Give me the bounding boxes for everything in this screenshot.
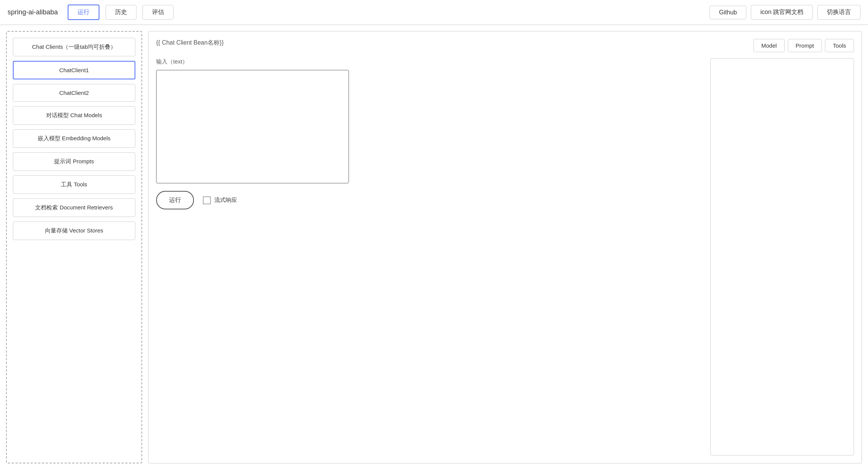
- stream-checkbox[interactable]: [203, 197, 211, 204]
- sidebar-item-prompts[interactable]: 提示词 Prompts: [13, 152, 135, 171]
- nav-history-button[interactable]: 历史: [105, 5, 136, 20]
- sidebar-item-chat-clients[interactable]: Chat Clients（一级tab均可折叠）: [13, 38, 135, 56]
- content-header: {{ Chat Client Bean名称}} Model Prompt Too…: [156, 39, 854, 52]
- header: spring-ai-alibaba 运行 历史 评估 Github icon 跳…: [0, 0, 868, 25]
- main-container: Chat Clients（一级tab均可折叠） ChatClient1 Chat…: [0, 25, 868, 469]
- nav-run-button[interactable]: 运行: [68, 5, 99, 20]
- tab-group: Model Prompt Tools: [753, 39, 854, 52]
- tab-model[interactable]: Model: [753, 39, 785, 52]
- content-body: 输入（text） 运行 流式响应: [156, 58, 854, 456]
- left-content: 输入（text） 运行 流式响应: [156, 58, 704, 456]
- sidebar-item-chatclient1[interactable]: ChatClient1: [13, 61, 135, 79]
- sidebar-item-tools[interactable]: 工具 Tools: [13, 175, 135, 194]
- bean-title: {{ Chat Client Bean名称}}: [156, 39, 224, 47]
- tab-tools[interactable]: Tools: [825, 39, 854, 52]
- header-right: Github icon 跳官网文档 切换语言: [710, 5, 860, 20]
- sidebar-item-embedding-models[interactable]: 嵌入模型 Embedding Models: [13, 129, 135, 148]
- bottom-row: 运行 流式响应: [156, 191, 704, 209]
- input-label: 输入（text）: [156, 58, 704, 65]
- stream-group: 流式响应: [203, 197, 237, 204]
- stream-label: 流式响应: [214, 197, 237, 204]
- run-button[interactable]: 运行: [156, 191, 194, 209]
- github-button[interactable]: Github: [710, 6, 746, 19]
- docs-button[interactable]: icon 跳官网文档: [751, 5, 813, 20]
- sidebar-item-chatclient2[interactable]: ChatClient2: [13, 84, 135, 102]
- sidebar-item-vector-stores[interactable]: 向量存储 Vector Stores: [13, 222, 135, 240]
- switch-lang-button[interactable]: 切换语言: [817, 5, 860, 20]
- input-textarea[interactable]: [156, 70, 349, 183]
- tab-prompt[interactable]: Prompt: [788, 39, 822, 52]
- nav-evaluate-button[interactable]: 评估: [143, 5, 174, 20]
- sidebar: Chat Clients（一级tab均可折叠） ChatClient1 Chat…: [6, 31, 142, 463]
- sidebar-item-chat-models[interactable]: 对话模型 Chat Models: [13, 106, 135, 125]
- app-logo: spring-ai-alibaba: [8, 8, 58, 16]
- right-panel: [710, 58, 854, 456]
- sidebar-item-document-retrievers[interactable]: 文档检索 Document Retrievers: [13, 198, 135, 217]
- content-area: {{ Chat Client Bean名称}} Model Prompt Too…: [148, 31, 862, 463]
